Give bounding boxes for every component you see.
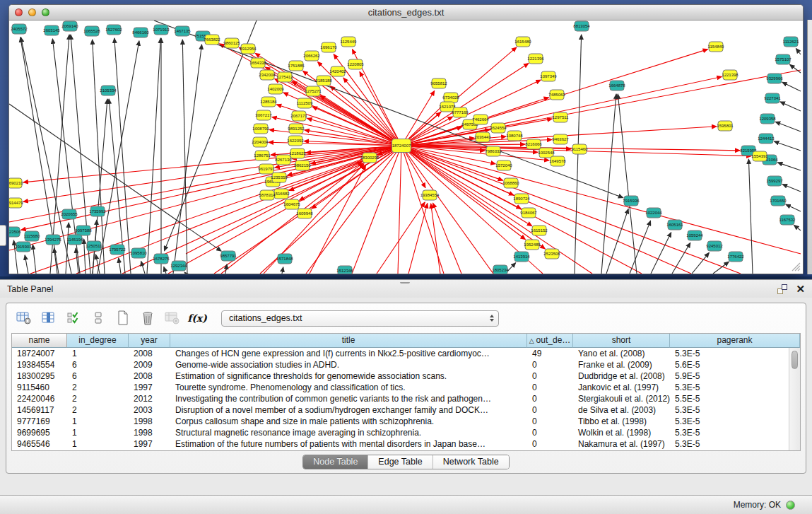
- graph-node[interactable]: 1022044: [645, 208, 662, 218]
- graph-node[interactable]: 1890724: [513, 194, 530, 204]
- graph-node[interactable]: 1221396: [527, 54, 544, 64]
- graph-node[interactable]: 3624554: [490, 123, 507, 133]
- table-scrollbar-thumb[interactable]: [792, 351, 798, 369]
- table-settings-icon[interactable]: [15, 309, 33, 327]
- graph-node[interactable]: 1952485: [524, 240, 541, 250]
- graph-node[interactable]: 1095810: [130, 248, 147, 258]
- graph-node[interactable]: 1235359: [271, 173, 288, 182]
- graph-node[interactable]: 5912954: [240, 44, 257, 54]
- window-titlebar[interactable]: citations_edges.txt: [9, 5, 803, 21]
- graph-node[interactable]: 1599297: [766, 176, 783, 186]
- graph-node[interactable]: 2523506: [543, 249, 560, 259]
- close-panel-icon[interactable]: ✕: [796, 284, 805, 294]
- graph-node[interactable]: 1571848: [276, 254, 293, 264]
- graph-node[interactable]: 2069140: [61, 21, 78, 31]
- select-rows-icon[interactable]: [64, 309, 83, 327]
- graph-node[interactable]: 1751885: [288, 61, 305, 71]
- graph-node[interactable]: 1250511: [86, 241, 103, 251]
- graph-node[interactable]: 9862150: [294, 160, 311, 170]
- graph-node[interactable]: 8813054: [573, 21, 590, 31]
- table-row[interactable]: 946362711997Embryonic stem cells: a mode…: [12, 450, 800, 451]
- table-row[interactable]: 1938455462009Genome-wide association stu…: [12, 359, 800, 370]
- graph-node[interactable]: 1575107: [775, 54, 792, 64]
- graph-node[interactable]: 1678275: [153, 254, 170, 264]
- graph-node[interactable]: 1516682: [273, 189, 290, 199]
- graph-node[interactable]: 7663822: [204, 35, 220, 45]
- graph-node[interactable]: 7462664: [472, 115, 489, 124]
- graph-node[interactable]: 8267130: [275, 155, 292, 165]
- network-graph[interactable]: 2405572260314520691401065528152760284661…: [9, 21, 803, 274]
- table-row[interactable]: 911546021997Tourette syndrome. Phenomeno…: [12, 382, 800, 393]
- graph-node[interactable]: 9097588: [75, 226, 92, 235]
- graph-node[interactable]: 1604675: [283, 199, 300, 209]
- graph-node[interactable]: 1701650: [770, 196, 787, 206]
- graph-node[interactable]: 2036443: [474, 132, 491, 142]
- table-row[interactable]: 946554611997Estimation of the future num…: [12, 438, 800, 450]
- graph-node[interactable]: 1112621: [783, 37, 799, 47]
- graph-node[interactable]: 4690210: [9, 178, 23, 188]
- graph-node[interactable]: 6734028: [442, 93, 459, 103]
- graph-node[interactable]: 1209358: [759, 114, 776, 124]
- graph-node[interactable]: 1805234: [492, 265, 509, 274]
- graph-node[interactable]: 1145194: [67, 235, 84, 245]
- graph-node[interactable]: 1080748: [506, 131, 523, 141]
- graph-node[interactable]: 1285184: [260, 97, 277, 107]
- graph-node[interactable]: 1220805: [347, 59, 364, 69]
- panel-splitter-handle[interactable]: [400, 279, 410, 284]
- table-row[interactable]: 977716911998Corpus callosum shape and si…: [12, 416, 800, 427]
- table-row[interactable]: 1456911722003Disruption of a novel membe…: [12, 404, 800, 416]
- graph-node[interactable]: 1776422: [727, 252, 744, 262]
- table-row[interactable]: 2242004622012Investigating the contribut…: [12, 393, 800, 404]
- graph-node[interactable]: 1244413: [758, 134, 775, 144]
- graph-node[interactable]: 9115460: [572, 144, 589, 154]
- graph-node[interactable]: 7915936: [623, 196, 640, 206]
- graph-node[interactable]: 2105334: [100, 86, 117, 95]
- graph-node[interactable]: 6914479: [9, 198, 23, 208]
- network-view-window[interactable]: citations_edges.txt 24055722603145206914…: [8, 4, 804, 274]
- column-header-year[interactable]: year: [129, 334, 170, 348]
- table-row[interactable]: 1830029562008Estimation of significance …: [12, 370, 800, 382]
- table-select-dropdown[interactable]: citations_edges.txt: [221, 310, 499, 327]
- graph-node[interactable]: 1221398: [722, 70, 739, 80]
- graph-node[interactable]: 2523506: [9, 227, 21, 237]
- delete-icon[interactable]: [139, 309, 157, 327]
- graph-node[interactable]: 1154849: [708, 42, 725, 52]
- graph-node[interactable]: 1125449: [341, 37, 358, 47]
- graph-node[interactable]: 1059244: [686, 230, 703, 240]
- graph-node[interactable]: 9227341: [764, 93, 781, 103]
- graph-node[interactable]: 1595801: [717, 121, 734, 131]
- graph-node[interactable]: 1664878: [608, 81, 625, 90]
- column-header-title[interactable]: title: [170, 334, 527, 348]
- graph-node[interactable]: 1112509: [297, 98, 313, 108]
- column-header-short[interactable]: short: [573, 334, 670, 348]
- graph-node[interactable]: 9860125: [223, 38, 240, 48]
- graph-node[interactable]: 9619797: [258, 164, 275, 174]
- graph-node[interactable]: 2067171: [290, 111, 307, 121]
- canvas-resize-grip[interactable]: [790, 261, 801, 271]
- graph-node[interactable]: 9245012: [706, 241, 723, 251]
- tab-edge-table[interactable]: Edge Table: [368, 455, 433, 469]
- graph-node[interactable]: 1420402: [329, 66, 346, 76]
- graph-node[interactable]: 1554391: [751, 151, 768, 161]
- graph-node[interactable]: 1167532: [779, 215, 796, 225]
- graph-node[interactable]: 1292344: [170, 261, 187, 271]
- column-header-name[interactable]: name: [12, 334, 67, 348]
- graph-node[interactable]: 1654338: [249, 58, 266, 68]
- graph-node[interactable]: 9777169: [452, 107, 469, 117]
- column-header-pagerank[interactable]: pagerank: [670, 334, 800, 348]
- graph-node[interactable]: 9463627: [552, 134, 569, 144]
- show-column-icon[interactable]: [40, 309, 58, 327]
- graph-node[interactable]: 1286751: [254, 151, 271, 160]
- function-builder-icon[interactable]: f(x): [188, 309, 206, 327]
- graph-node[interactable]: 3067217: [255, 110, 272, 120]
- graph-node[interactable]: 18300295: [360, 153, 379, 163]
- graph-node[interactable]: 2020655: [61, 209, 78, 219]
- graph-node[interactable]: 8216066: [525, 139, 542, 149]
- graph-node[interactable]: 1068860: [502, 178, 519, 188]
- tab-network-table[interactable]: Network Table: [433, 455, 509, 469]
- graph-node[interactable]: 1071913: [153, 25, 170, 35]
- graph-node[interactable]: 2405572: [11, 24, 28, 34]
- graph-node[interactable]: 3915901: [15, 242, 32, 252]
- graph-node[interactable]: 1413914: [513, 252, 530, 262]
- graph-node[interactable]: 1008790: [252, 124, 269, 134]
